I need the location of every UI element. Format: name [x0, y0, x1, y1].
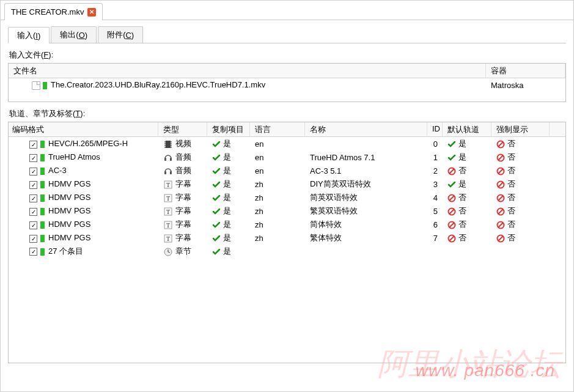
no-icon [496, 221, 505, 229]
no-icon [447, 234, 456, 243]
tab-input[interactable]: 输入(I) [8, 27, 50, 43]
track-codec: HDMV PGS [48, 233, 90, 242]
video-icon [164, 140, 172, 149]
file-icon [32, 81, 40, 90]
col-id[interactable]: ID [427, 122, 443, 136]
track-copy: 是 [207, 205, 250, 217]
file-tab[interactable]: THE CREATOR.mkv ✕ [4, 3, 103, 20]
color-indicator [40, 141, 45, 148]
track-type: 音频 [175, 166, 191, 175]
track-checkbox[interactable]: ✓ [29, 181, 37, 189]
check-icon [447, 181, 456, 188]
tab-attachments[interactable]: 附件(C) [98, 26, 143, 43]
track-checkbox[interactable]: ✓ [29, 248, 37, 256]
col-filename[interactable]: 文件名 [9, 64, 486, 78]
track-type: 音频 [175, 152, 191, 161]
color-indicator [40, 194, 45, 202]
track-checkbox[interactable]: ✓ [29, 141, 37, 149]
track-codec: HDMV PGS [48, 179, 90, 188]
color-indicator [40, 154, 45, 161]
track-row[interactable]: ✓HDMV PGS字幕 是zh繁体特效7 否 否 [9, 231, 565, 245]
track-row[interactable]: ✓AC-3音频 是enAC-3 5.12 否 否 [9, 164, 565, 177]
track-checkbox[interactable]: ✓ [29, 208, 37, 216]
track-type: 字幕 [175, 193, 191, 202]
color-indicator [43, 82, 47, 89]
subtitle-icon [164, 221, 172, 229]
close-icon[interactable]: ✕ [87, 8, 96, 17]
check-icon [212, 208, 221, 215]
no-icon [496, 234, 505, 243]
track-name: AC-3 5.1 [305, 166, 427, 176]
track-lang: en [250, 152, 305, 163]
track-checkbox[interactable]: ✓ [29, 194, 37, 202]
color-indicator [40, 221, 45, 229]
track-row[interactable]: ✓27 个条目章节 是 [9, 245, 565, 258]
track-copy: 是 [207, 138, 250, 150]
input-files-grid-header: 文件名 容器 [9, 64, 565, 78]
track-row[interactable]: ✓HDMV PGS字幕 是zh简体特效6 否 否 [9, 218, 565, 231]
track-forced: 否 [491, 151, 550, 163]
tab-output[interactable]: 输出(O) [51, 26, 97, 43]
track-checkbox[interactable]: ✓ [29, 221, 37, 229]
track-lang: en [250, 139, 305, 149]
track-copy: 是 [207, 178, 250, 190]
track-row[interactable]: ✓HDMV PGS字幕 是zhDIY简英双语特效3 是 否 [9, 177, 565, 191]
track-name: DIY简英双语特效 [305, 178, 427, 190]
track-id [427, 251, 443, 252]
watermark-url: www. pan666 .cn [416, 361, 555, 380]
check-icon [212, 248, 221, 256]
color-indicator [40, 181, 45, 188]
file-name-text: The.Creator.2023.UHD.BluRay.2160p.HEVC.T… [51, 80, 265, 89]
track-id: 3 [427, 179, 443, 190]
track-id: 0 [427, 139, 443, 149]
track-row[interactable]: ✓HDMV PGS字幕 是zh繁英双语特效5 否 否 [9, 204, 565, 218]
track-type: 章节 [175, 246, 191, 256]
track-id: 5 [427, 206, 443, 216]
track-name: 简体特效 [305, 218, 427, 231]
chapter-icon [164, 248, 172, 256]
col-copy[interactable]: 复制项目 [207, 122, 250, 136]
track-lang: zh [250, 193, 305, 203]
col-lang[interactable]: 语言 [250, 122, 305, 136]
track-codec: TrueHD Atmos [48, 152, 100, 161]
track-id: 2 [427, 166, 443, 176]
no-icon [496, 153, 505, 162]
col-type[interactable]: 类型 [158, 122, 207, 136]
track-row[interactable]: ✓TrueHD Atmos音频 是enTrueHD Atmos 7.11 是 否 [9, 150, 565, 164]
check-icon [212, 221, 221, 229]
track-default: 否 [443, 205, 491, 217]
track-type: 视频 [175, 139, 191, 148]
no-icon [496, 140, 505, 149]
track-default: 否 [443, 232, 491, 244]
input-files-label: 输入文件(F): [9, 50, 565, 61]
check-icon [212, 181, 221, 188]
track-codec: 27 个条目 [48, 246, 83, 256]
track-copy: 是 [207, 151, 250, 163]
track-lang: zh [250, 220, 305, 230]
track-default: 是 [443, 151, 491, 163]
track-row[interactable]: ✓HEVC/H.265/MPEG-H视频 是en0 是 否 [9, 137, 565, 150]
subtitle-icon [164, 180, 172, 189]
file-row[interactable]: The.Creator.2023.UHD.BluRay.2160p.HEVC.T… [9, 78, 565, 92]
track-forced: 否 [491, 232, 550, 244]
col-def[interactable]: 默认轨道 [443, 122, 491, 136]
col-codec[interactable]: 编码格式 [9, 122, 158, 136]
track-lang: en [250, 166, 305, 176]
track-name: 繁体特效 [305, 232, 427, 244]
color-indicator [40, 248, 45, 256]
track-type: 字幕 [175, 220, 191, 229]
track-row[interactable]: ✓HDMV PGS字幕 是zh简英双语特效4 否 否 [9, 191, 565, 204]
check-icon [212, 194, 221, 202]
track-default [443, 251, 491, 252]
track-id: 4 [427, 193, 443, 203]
track-default: 否 [443, 165, 491, 177]
col-name[interactable]: 名称 [305, 122, 427, 136]
track-checkbox[interactable]: ✓ [29, 154, 37, 162]
track-forced: 否 [491, 165, 550, 177]
file-tab-title: THE CREATOR.mkv [11, 7, 84, 17]
col-force[interactable]: 强制显示 [491, 122, 550, 136]
col-container[interactable]: 容器 [486, 64, 565, 78]
track-checkbox[interactable]: ✓ [29, 168, 37, 176]
track-checkbox[interactable]: ✓ [29, 235, 37, 243]
track-lang: zh [250, 206, 305, 216]
